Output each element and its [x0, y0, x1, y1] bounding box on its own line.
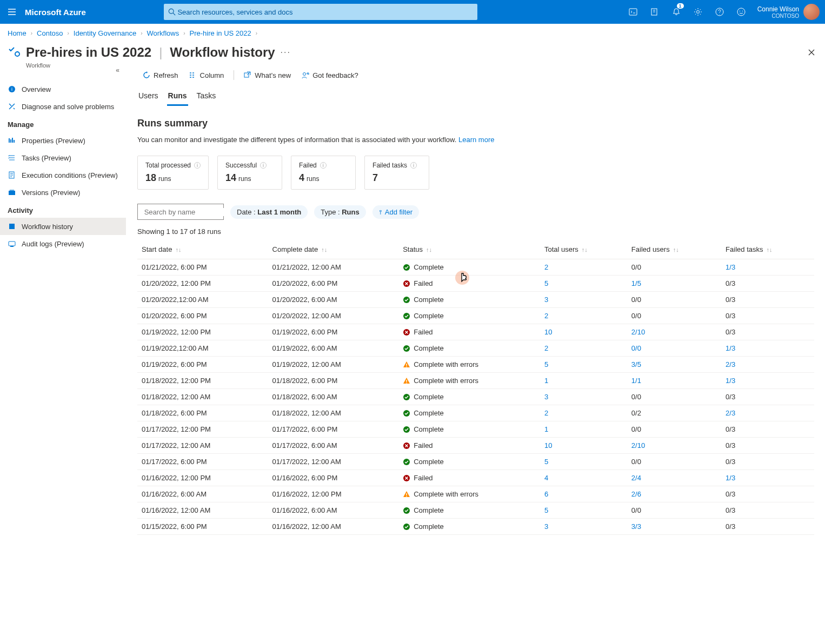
filter-type[interactable]: Type : Runs: [314, 205, 366, 219]
cell-failedtasks[interactable]: 1/3: [721, 259, 814, 276]
collapse-sidebar-icon[interactable]: «: [116, 66, 119, 74]
status-icon: [403, 345, 410, 352]
table-row[interactable]: 01/16/2022, 6:00 AM01/16/2022, 12:00 PMC…: [137, 486, 814, 502]
cell-failedusers[interactable]: 0/0: [627, 340, 721, 357]
table-row[interactable]: 01/20/2022, 12:00 PM01/20/2022, 6:00 PMF…: [137, 276, 814, 292]
cell-failedtasks[interactable]: 1/3: [721, 373, 814, 389]
help-icon[interactable]: [709, 0, 730, 24]
table-row[interactable]: 01/18/2022, 6:00 PM01/18/2022, 12:00 AMC…: [137, 405, 814, 421]
more-actions-icon[interactable]: ···: [281, 48, 291, 57]
search-by-name[interactable]: [137, 204, 224, 220]
cell-totalusers[interactable]: 2: [540, 259, 627, 276]
global-search-input[interactable]: [177, 8, 473, 16]
table-row[interactable]: 01/19/2022, 12:00 PM01/19/2022, 6:00 PMF…: [137, 324, 814, 340]
cell-failedtasks[interactable]: 2/3: [721, 357, 814, 373]
user-account[interactable]: Connie Wilson CONTOSO: [752, 4, 825, 20]
refresh-button[interactable]: Refresh: [137, 64, 184, 86]
sidebar-item-execution[interactable]: Execution conditions (Preview): [0, 166, 126, 184]
table-row[interactable]: 01/20/2022, 6:00 PM01/20/2022, 12:00 AMC…: [137, 308, 814, 324]
col-start[interactable]: Start date↑↓: [137, 240, 268, 259]
sidebar-item-audit[interactable]: Audit logs (Preview): [0, 235, 126, 252]
cell-totalusers[interactable]: 5: [540, 454, 627, 470]
breadcrumb-workflows[interactable]: Workflows: [147, 29, 179, 37]
cell-failedusers[interactable]: 3/3: [627, 519, 721, 535]
cell-totalusers[interactable]: 1: [540, 373, 627, 389]
cloud-shell-icon[interactable]: [622, 0, 644, 24]
menu-icon[interactable]: [0, 0, 24, 24]
notifications-icon[interactable]: 1: [666, 0, 687, 24]
cell-failedusers[interactable]: 2/10: [627, 438, 721, 454]
cell-totalusers[interactable]: 2: [540, 308, 627, 324]
feedback-icon[interactable]: [730, 0, 752, 24]
sidebar-item-overview[interactable]: i Overview: [0, 81, 126, 98]
directory-icon[interactable]: [644, 0, 666, 24]
cell-totalusers[interactable]: 3: [540, 292, 627, 308]
tab-users[interactable]: Users: [137, 88, 159, 106]
table-row[interactable]: 01/17/2022, 12:00 AM01/17/2022, 6:00 AMF…: [137, 438, 814, 454]
info-icon[interactable]: i: [194, 162, 201, 169]
tab-runs[interactable]: Runs: [167, 88, 188, 106]
table-row[interactable]: 01/19/2022,12:00 AM01/19/2022, 6:00 AMCo…: [137, 340, 814, 357]
tab-tasks[interactable]: Tasks: [196, 88, 217, 106]
add-filter-button[interactable]: ⫯Add filter: [372, 205, 419, 219]
table-row[interactable]: 01/21/2022, 6:00 PM01/21/2022, 12:00 AMC…: [137, 259, 814, 276]
cell-totalusers[interactable]: 5: [540, 357, 627, 373]
filter-date[interactable]: Date : Last 1 month: [230, 205, 308, 219]
table-row[interactable]: 01/20/2022,12:00 AM01/20/2022, 6:00 AMCo…: [137, 292, 814, 308]
col-failedtasks[interactable]: Failed tasks↑↓: [721, 240, 814, 259]
table-row[interactable]: 01/16/2022, 12:00 PM01/16/2022, 6:00 PMF…: [137, 470, 814, 486]
column-button[interactable]: Column: [184, 64, 230, 86]
cell-totalusers[interactable]: 10: [540, 438, 627, 454]
col-totalusers[interactable]: Total users↑↓: [540, 240, 627, 259]
search-by-name-input[interactable]: [144, 208, 235, 216]
table-row[interactable]: 01/18/2022, 12:00 PM01/18/2022, 6:00 PMC…: [137, 373, 814, 389]
cell-failedusers[interactable]: 3/5: [627, 357, 721, 373]
info-icon[interactable]: i: [320, 162, 327, 169]
breadcrumb-idgov[interactable]: Identity Governance: [74, 29, 136, 37]
col-complete[interactable]: Complete date↑↓: [268, 240, 399, 259]
cell-totalusers[interactable]: 5: [540, 276, 627, 292]
table-row[interactable]: 01/15/2022, 6:00 PM01/16/2022, 12:00 AMC…: [137, 519, 814, 535]
close-blade-button[interactable]: [808, 49, 815, 56]
table-row[interactable]: 01/17/2022, 12:00 PM01/17/2022, 6:00 PMC…: [137, 421, 814, 438]
cell-failedusers[interactable]: 2/10: [627, 324, 721, 340]
cell-failedtasks[interactable]: 2/3: [721, 405, 814, 421]
learn-more-link[interactable]: Learn more: [458, 136, 494, 144]
cell-totalusers[interactable]: 2: [540, 405, 627, 421]
table-row[interactable]: 01/18/2022, 12:00 AM01/18/2022, 6:00 AMC…: [137, 389, 814, 405]
global-search[interactable]: [164, 4, 477, 20]
sidebar-item-diagnose[interactable]: Diagnose and solve problems: [0, 98, 126, 115]
whatsnew-button[interactable]: What's new: [238, 64, 296, 86]
cell-totalusers[interactable]: 3: [540, 519, 627, 535]
cell-failedusers[interactable]: 1/5: [627, 276, 721, 292]
col-status[interactable]: Status↑↓: [398, 240, 540, 259]
cell-totalusers[interactable]: 6: [540, 486, 627, 502]
cell-totalusers[interactable]: 2: [540, 340, 627, 357]
info-icon[interactable]: i: [260, 162, 267, 169]
sidebar-item-tasks[interactable]: Tasks (Preview): [0, 149, 126, 166]
cell-failedtasks[interactable]: 1/3: [721, 470, 814, 486]
brand-label[interactable]: Microsoft Azure: [24, 8, 94, 17]
settings-icon[interactable]: [687, 0, 709, 24]
table-row[interactable]: 01/19/2022, 6:00 PM01/19/2022, 12:00 AMC…: [137, 357, 814, 373]
sidebar-item-history[interactable]: Workflow history: [0, 218, 126, 235]
table-row[interactable]: 01/16/2022, 12:00 AM01/16/2022, 6:00 AMC…: [137, 502, 814, 519]
cell-totalusers[interactable]: 1: [540, 421, 627, 438]
feedback-button[interactable]: Got feedback?: [296, 64, 364, 86]
cell-failedusers[interactable]: 2/6: [627, 486, 721, 502]
cell-totalusers[interactable]: 10: [540, 324, 627, 340]
breadcrumb-home[interactable]: Home: [8, 29, 26, 37]
table-row[interactable]: 01/17/2022, 6:00 PM01/17/2022, 12:00 AMC…: [137, 454, 814, 470]
breadcrumb-prehire[interactable]: Pre-hire in US 2022: [190, 29, 251, 37]
sidebar-item-versions[interactable]: Versions (Preview): [0, 184, 126, 201]
cell-failedusers[interactable]: 1/1: [627, 373, 721, 389]
breadcrumb-contoso[interactable]: Contoso: [37, 29, 63, 37]
info-icon[interactable]: i: [410, 162, 417, 169]
cell-failedusers[interactable]: 2/4: [627, 470, 721, 486]
cell-totalusers[interactable]: 3: [540, 389, 627, 405]
sidebar-item-properties[interactable]: Properties (Preview): [0, 132, 126, 149]
cell-totalusers[interactable]: 4: [540, 470, 627, 486]
cell-totalusers[interactable]: 5: [540, 502, 627, 519]
cell-failedtasks[interactable]: 1/3: [721, 340, 814, 357]
col-failedusers[interactable]: Failed users↑↓: [627, 240, 721, 259]
